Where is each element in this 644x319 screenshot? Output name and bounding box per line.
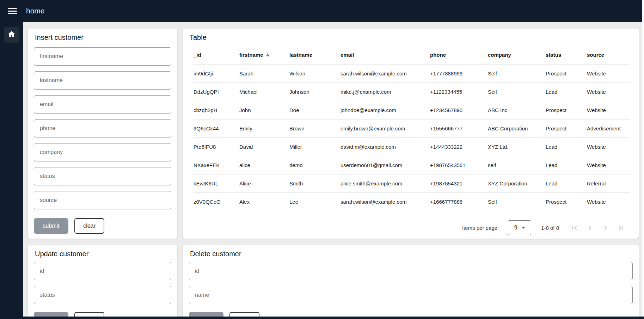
insert-phone-input[interactable] — [34, 119, 171, 137]
sort-arrow-down-icon — [265, 52, 270, 57]
cell-source: Website — [587, 192, 630, 211]
cell-lastname: Wilson — [289, 64, 341, 82]
delete-customer-panel: Delete customer submit clear — [183, 245, 639, 319]
cell-phone: +1777888999 — [430, 64, 488, 82]
column-header-id[interactable]: _id — [194, 46, 239, 64]
cell-id: z0V0QCeO — [194, 192, 239, 211]
cell-company: Self — [488, 192, 546, 211]
cell-source: Website — [587, 64, 630, 82]
update-panel-title: Update customer — [35, 250, 171, 258]
dropdown-caret-icon — [522, 227, 525, 229]
insert-status-input[interactable] — [34, 167, 171, 185]
cell-source: Website — [587, 156, 630, 174]
insert-firstname-input[interactable] — [34, 47, 171, 66]
first-page-icon — [570, 223, 579, 232]
chevron-left-icon — [586, 223, 594, 232]
main-content: Insert customer submit clear Table _id — [23, 22, 644, 319]
delete-name-input[interactable] — [189, 286, 633, 304]
insert-company-input[interactable] — [34, 143, 171, 161]
cell-lastname: Brown — [289, 119, 341, 137]
cell-lastname: Johnson — [289, 82, 341, 101]
insert-submit-button[interactable]: submit — [34, 218, 68, 234]
insert-panel-title: Insert customer — [35, 33, 171, 42]
cell-lastname: Lee — [289, 192, 341, 211]
sidebar-item-home[interactable] — [4, 27, 19, 43]
update-customer-panel: Update customer submit clear — [28, 245, 177, 319]
table-row: im9dGtji Sarah Wilson sarah.wilson@examp… — [194, 64, 630, 82]
cell-company: ABC Corporation — [488, 119, 546, 137]
column-header-source[interactable]: source — [587, 46, 630, 64]
cell-firstname: Michael — [239, 82, 289, 101]
next-page-button[interactable] — [598, 220, 613, 235]
cell-phone: +1666777888 — [430, 192, 488, 211]
cell-company: Self — [488, 64, 546, 82]
cell-id: cbzqh2pH — [194, 101, 239, 119]
cell-firstname: alice — [239, 156, 289, 174]
last-page-button[interactable] — [613, 220, 629, 235]
cell-source: Website — [587, 101, 630, 119]
column-header-email[interactable]: email — [341, 46, 430, 64]
insert-source-input[interactable] — [34, 191, 171, 209]
insert-clear-button[interactable]: clear — [74, 218, 104, 234]
menu-icon[interactable] — [8, 7, 17, 16]
cell-id: DdzUgQPI — [194, 82, 239, 101]
insert-customer-panel: Insert customer submit clear — [28, 29, 177, 239]
cell-status: Prospect — [546, 64, 587, 82]
cell-company: XYZ Corporation — [488, 174, 546, 192]
column-header-firstname[interactable]: firstname — [239, 46, 289, 64]
cell-source: Advertisement — [587, 119, 630, 137]
cell-phone: +1234567890 — [430, 101, 488, 119]
cell-lastname: demo — [289, 156, 341, 174]
cell-email: david.m@example.com — [341, 137, 430, 156]
cell-company: XYZ Ltd. — [488, 137, 546, 156]
cell-id: 9Q6cGk44 — [194, 119, 239, 137]
insert-lastname-input[interactable] — [34, 71, 171, 90]
cell-firstname: Alice — [239, 174, 289, 192]
cell-email: userdemo601@gmail.com — [341, 156, 430, 174]
cell-id: Pte5fFU8 — [194, 137, 239, 156]
cell-company: Self — [488, 82, 546, 101]
cell-company: self — [488, 156, 546, 174]
page-title: home — [26, 7, 45, 15]
vertical-scrollbar-track[interactable] — [642, 0, 644, 319]
cell-status: Lead — [546, 137, 587, 156]
update-id-input[interactable] — [34, 262, 171, 280]
cell-status: Prospect — [546, 192, 587, 211]
items-per-page-select[interactable]: 9 — [508, 220, 531, 235]
table-row: Pte5fFU8 David Miller david.m@example.co… — [194, 137, 630, 156]
cell-phone: +1987654321 — [430, 174, 488, 192]
table-header-row: _id firstname lastname email phone — [194, 46, 630, 64]
insert-email-input[interactable] — [34, 95, 171, 114]
home-icon — [7, 30, 16, 40]
cell-status: Lead — [546, 82, 587, 101]
sidebar — [0, 22, 23, 319]
column-header-company[interactable]: company — [488, 46, 546, 64]
delete-id-input[interactable] — [189, 262, 633, 280]
paginator: Items per page: 9 1-8 of 8 — [183, 217, 639, 239]
cell-email: mike.j@example.com — [341, 82, 430, 101]
chevron-right-icon — [601, 223, 610, 232]
table-row: DdzUgQPI Michael Johnson mike.j@example.… — [194, 82, 630, 101]
last-page-icon — [617, 223, 625, 232]
update-status-input[interactable] — [34, 286, 171, 304]
customer-table-panel: Table _id firstname — [183, 29, 639, 239]
cell-phone: +1555666777 — [430, 119, 488, 137]
customer-table: _id firstname lastname email phone — [183, 46, 639, 211]
page-bottom-strip — [0, 317, 644, 319]
previous-page-button[interactable] — [582, 220, 598, 235]
cell-firstname: Sarah — [239, 64, 289, 82]
column-header-phone[interactable]: phone — [430, 46, 488, 64]
cell-phone: +1444333222 — [430, 137, 488, 156]
cell-firstname: Emily — [239, 119, 289, 137]
first-page-button[interactable] — [567, 220, 582, 235]
table-panel-title: Table — [183, 33, 639, 42]
cell-lastname: Miller — [289, 137, 341, 156]
items-per-page-label: Items per page: — [462, 225, 499, 231]
column-header-lastname[interactable]: lastname — [289, 46, 341, 64]
table-row: kEwtK6DL Alice Smith alice.smith@example… — [194, 174, 630, 192]
column-header-status[interactable]: status — [546, 46, 587, 64]
cell-email: emily.brown@example.com — [341, 119, 430, 137]
items-per-page-value: 9 — [514, 225, 517, 231]
cell-status: Lead — [546, 174, 587, 192]
cell-lastname: Smith — [289, 174, 341, 192]
